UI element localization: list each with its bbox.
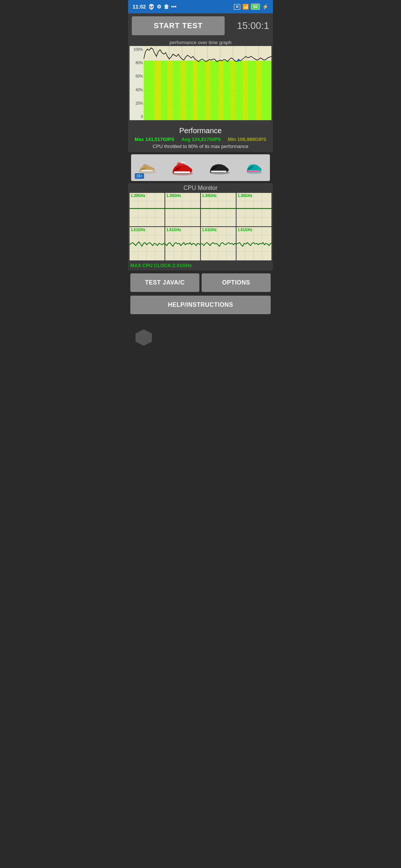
help-btn-row: HELP/INSTRUCTIONS bbox=[128, 294, 273, 317]
top-controls: START TEST 15:00:1 bbox=[128, 13, 273, 38]
ad-shoe-2: NEW bbox=[171, 157, 195, 179]
cpu-freq-2: 1.30GHz bbox=[166, 194, 181, 198]
svg-rect-23 bbox=[256, 61, 262, 120]
timer-display: 15:00:1 bbox=[228, 20, 269, 32]
cpu-monitor-section: CPU Monitor 1.30GHz 1.30GHz bbox=[128, 183, 273, 270]
graph-title: performance over time graph bbox=[130, 40, 271, 45]
settings-icon: ⚙ bbox=[157, 4, 162, 10]
svg-rect-26 bbox=[141, 170, 153, 171]
help-instructions-button[interactable]: HELP/INSTRUCTIONS bbox=[130, 296, 271, 314]
delete-icon: 🗑 bbox=[164, 4, 169, 10]
cpu-cell-8: 1.61GHz bbox=[237, 227, 271, 260]
cpu-freq-8: 1.61GHz bbox=[238, 228, 252, 232]
stat-max: Max 141,517GIPS bbox=[135, 137, 175, 142]
graph-section: performance over time graph 100% 80% 60%… bbox=[128, 38, 273, 124]
graph-container: 100% 80% 60% 40% 20% 0 bbox=[130, 46, 271, 120]
cpu-graph-8-svg bbox=[237, 227, 271, 260]
performance-stats: Max 141,517GIPS Avg 124,817GIPS Min 106,… bbox=[131, 137, 270, 142]
svg-rect-17 bbox=[180, 61, 186, 120]
cpu-top-row: 1.30GHz 1.30GHz bbox=[130, 193, 271, 226]
cpu-bottom-row: 1.61GHz 1.61GHz bbox=[130, 227, 271, 260]
cpu-graph-2-svg bbox=[165, 193, 200, 226]
max-cpu-label: MAX CPU CLOCK:2.01GHz bbox=[130, 261, 271, 269]
svg-rect-58 bbox=[237, 193, 271, 226]
y-label-0: 0 bbox=[130, 115, 143, 119]
svg-rect-42 bbox=[165, 193, 200, 226]
svg-rect-28 bbox=[174, 171, 190, 173]
status-left: 11:02 💀 ⚙ 🗑 ••• bbox=[133, 4, 177, 10]
battery-display: 55 bbox=[251, 4, 260, 10]
performance-graph-svg bbox=[144, 46, 271, 120]
ad-banner[interactable]: NEW 16+ bbox=[131, 154, 270, 181]
cpu-graph-1-svg bbox=[130, 193, 164, 226]
svg-rect-20 bbox=[218, 61, 224, 120]
cpu-graph-4-svg bbox=[237, 193, 271, 226]
cpu-cell-3: 1.30GHz bbox=[201, 193, 236, 226]
ad-badge: 16+ bbox=[135, 173, 144, 179]
svg-rect-21 bbox=[231, 61, 236, 120]
svg-text:NEW: NEW bbox=[180, 161, 185, 164]
more-icon: ••• bbox=[171, 4, 177, 10]
time-display: 11:02 bbox=[133, 4, 146, 10]
svg-rect-18 bbox=[193, 61, 198, 120]
performance-title: Performance bbox=[131, 126, 270, 135]
svg-point-24 bbox=[238, 59, 240, 61]
svg-rect-33 bbox=[247, 170, 260, 172]
cpu-graph-6-svg bbox=[165, 227, 200, 260]
y-label-80: 80% bbox=[130, 61, 143, 65]
home-button[interactable] bbox=[136, 329, 152, 346]
bottom-buttons: TEST JAVA/C OPTIONS bbox=[128, 270, 273, 294]
ad-shoe-4 bbox=[245, 157, 264, 179]
cpu-cell-2: 1.30GHz bbox=[165, 193, 200, 226]
shoe-1-svg bbox=[137, 161, 158, 174]
cpu-cell-5: 1.61GHz bbox=[130, 227, 164, 260]
y-label-40: 40% bbox=[130, 88, 143, 92]
svg-rect-31 bbox=[211, 171, 226, 172]
cpu-freq-7: 1.61GHz bbox=[202, 228, 216, 232]
svg-rect-22 bbox=[243, 61, 248, 120]
cpu-freq-6: 1.61GHz bbox=[166, 228, 181, 232]
cpu-freq-5: 1.61GHz bbox=[131, 228, 145, 232]
cpu-cell-6: 1.61GHz bbox=[165, 227, 200, 260]
graph-area bbox=[144, 46, 271, 120]
status-right: ✕ 📶 55 ⚡ bbox=[234, 4, 268, 10]
ad-shoe-3 bbox=[208, 157, 232, 179]
throttle-text: CPU throttled to 80% of its max performa… bbox=[131, 144, 270, 149]
test-java-c-button[interactable]: TEST JAVA/C bbox=[130, 273, 199, 292]
y-label-100: 100% bbox=[130, 47, 143, 52]
stat-avg: Avg 124,817GIPS bbox=[182, 137, 221, 142]
svg-rect-16 bbox=[167, 61, 173, 120]
wifi-icon: 📶 bbox=[242, 4, 249, 10]
skull-icon: 💀 bbox=[148, 4, 154, 10]
shoe-3-svg bbox=[208, 160, 232, 175]
y-axis: 100% 80% 60% 40% 20% 0 bbox=[130, 46, 144, 120]
svg-rect-19 bbox=[205, 61, 211, 120]
svg-rect-50 bbox=[201, 193, 236, 226]
cpu-cell-7: 1.61GHz bbox=[201, 227, 236, 260]
stat-min: Min 106,986GIPS bbox=[228, 137, 266, 142]
cpu-freq-3: 1.30GHz bbox=[202, 194, 216, 198]
svg-rect-15 bbox=[154, 61, 161, 120]
options-button[interactable]: OPTIONS bbox=[202, 273, 271, 292]
close-icon: ✕ bbox=[234, 4, 240, 10]
graph-time-label: time(interval 2min) bbox=[130, 120, 271, 124]
cpu-cell-1: 1.30GHz bbox=[130, 193, 164, 226]
performance-section: Performance Max 141,517GIPS Avg 124,817G… bbox=[128, 124, 273, 152]
y-label-60: 60% bbox=[130, 74, 143, 78]
home-area bbox=[128, 317, 273, 354]
status-bar: 11:02 💀 ⚙ 🗑 ••• ✕ 📶 55 ⚡ bbox=[128, 0, 273, 13]
svg-rect-34 bbox=[130, 193, 164, 226]
y-label-20: 20% bbox=[130, 101, 143, 105]
start-test-button[interactable]: START TEST bbox=[132, 16, 225, 35]
cpu-graph-5-svg bbox=[130, 227, 164, 260]
cpu-freq-4: 1.30GHz bbox=[238, 194, 252, 198]
shoe-4-svg bbox=[245, 161, 264, 175]
cpu-graph-7-svg bbox=[201, 227, 236, 260]
cpu-graph-3-svg bbox=[201, 193, 236, 226]
cpu-monitor-title: CPU Monitor bbox=[130, 185, 271, 191]
shoe-2-svg: NEW bbox=[171, 160, 195, 176]
cpu-freq-1: 1.30GHz bbox=[131, 194, 145, 198]
cpu-cell-4: 1.30GHz bbox=[237, 193, 271, 226]
charging-icon: ⚡ bbox=[262, 4, 268, 10]
